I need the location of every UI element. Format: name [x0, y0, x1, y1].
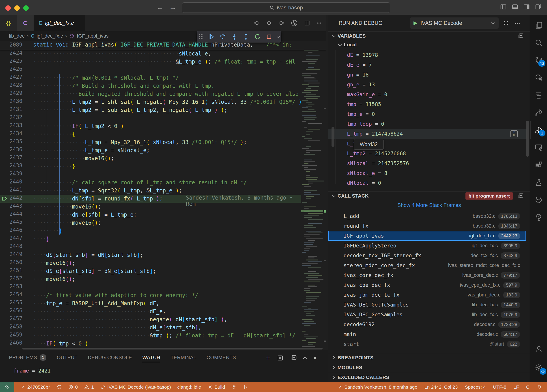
stack-frame-row[interactable]: ivas_cpe_dec_fx ivas_cpe_dec_fx.c 597:9 — [328, 280, 526, 290]
nav-back-icon[interactable] — [253, 19, 260, 27]
breadcrumb-symbol[interactable]: IGF_appl_ivas — [77, 33, 109, 39]
more-actions-icon[interactable] — [316, 20, 322, 27]
status-item-commit[interactable]: 2470528b* — [20, 384, 50, 390]
code-line[interactable]: ····dS_e[start_sfb] = dN_e[start_sfb]; — [0, 267, 301, 275]
toolbar-chevron-icon[interactable] — [277, 34, 280, 38]
variables-section-header[interactable]: VARIABLES — [328, 31, 530, 40]
activity-remote-explorer[interactable] — [530, 139, 547, 156]
toolbar-drag-handle[interactable] — [199, 34, 203, 39]
status-item-utf-8[interactable]: UTF-8 — [493, 384, 506, 390]
activity-source-control[interactable]: 43 — [530, 52, 547, 69]
code-line[interactable]: ····································nega… — [0, 315, 301, 324]
code-line[interactable]: ········································… — [0, 50, 301, 58]
code-line[interactable]: ····································dE_e… — [0, 307, 301, 315]
call-stack-section-header[interactable]: CALL STACK hit program assert — [328, 191, 530, 200]
code-line[interactable]: ············/* calc square root of L_tmp… — [0, 179, 301, 186]
panel-tab-comments[interactable]: COMMENTS — [206, 355, 236, 360]
panel-tab-terminal[interactable]: TERMINAL — [171, 355, 196, 360]
section-header-breakpoints[interactable]: BREAKPOINTS — [328, 353, 530, 362]
activity-account[interactable] — [530, 340, 547, 358]
close-panel-icon[interactable]: × — [313, 354, 317, 362]
variable-row[interactable]: tmp_e = 0 — [328, 109, 526, 119]
stack-frame-row[interactable]: IVAS_DEC_GetTcSamples lib_dec_fx.c 1440:… — [328, 300, 526, 310]
add-watch-icon[interactable]: + — [266, 353, 270, 362]
code-line[interactable]: ····/* first value with adaption to core… — [0, 291, 301, 299]
debug-config-dropdown[interactable]: ▶ IVAS MC Decode — [410, 17, 499, 29]
restart-button[interactable] — [254, 33, 261, 41]
variable-row[interactable]: dE_e = 7 — [328, 60, 526, 70]
code-line[interactable]: ··············Build negated threshold an… — [0, 90, 301, 98]
code-line[interactable]: ············IF( L_tmp2 < 0 ) — [0, 122, 301, 130]
window-close-button[interactable] — [5, 5, 11, 11]
status-item-sync[interactable] — [56, 384, 62, 390]
status-item-play[interactable] — [243, 384, 248, 390]
code-line[interactable]: ············move16(); — [0, 203, 301, 211]
variable-row[interactable]: dE = 13978 — [328, 50, 526, 60]
activity-outline[interactable] — [530, 86, 547, 104]
window-zoom-button[interactable] — [23, 5, 29, 11]
variable-row[interactable]: tmp_loop = 0 — [328, 119, 526, 129]
panel-tab-watch[interactable]: WATCH — [142, 355, 160, 362]
code-line[interactable]: ····································&tmp… — [0, 332, 301, 340]
code-line[interactable]: ····} — [0, 235, 301, 243]
remove-all-watch-icon[interactable] — [277, 355, 284, 361]
stack-frame-row[interactable]: decodeG192 decoder.c 1723:28 — [328, 319, 526, 329]
variable-row[interactable]: tmp = 11585 — [328, 99, 526, 109]
code-line[interactable] — [0, 243, 301, 251]
code-line[interactable]: ····IF( tmp < 0 ) — [0, 340, 301, 348]
code-line[interactable]: ············/* Build a threshold and com… — [0, 82, 301, 90]
status-item-ln-2442[interactable]: Ln 2442, Col 23 — [424, 384, 458, 390]
minimap[interactable] — [301, 41, 323, 350]
scrollbar[interactable] — [332, 127, 335, 147]
gear-icon[interactable] — [502, 19, 510, 27]
collapse-all-icon[interactable] — [290, 355, 297, 361]
watch-expression[interactable]: frame = 2421 — [14, 368, 51, 374]
step-out-button[interactable] — [242, 33, 250, 41]
status-item-warning[interactable]: 1 — [84, 384, 94, 390]
activity-extensions[interactable] — [530, 156, 547, 174]
stack-frame-row[interactable]: IGFDecApplyStereo igf_dec_fx.c 3905:9 — [328, 241, 526, 251]
toggle-secondary-sidebar-icon[interactable] — [523, 4, 530, 10]
variable-row[interactable]: sNlocal = 2147352576 — [328, 158, 526, 168]
nav-current-icon[interactable] — [266, 19, 272, 27]
status-item-clangd[interactable]: clangd: idle — [177, 384, 201, 390]
code-line[interactable] — [0, 66, 301, 74]
status-item-gear[interactable]: Build — [207, 384, 225, 390]
section-header-modules[interactable]: MODULES — [328, 363, 530, 372]
history-back-arrow-icon[interactable]: ← — [156, 3, 164, 11]
stack-frame-row[interactable]: L_add basop32.c 1786:13 — [328, 211, 526, 221]
activity-search[interactable] — [530, 34, 547, 52]
activity-share[interactable] — [530, 104, 547, 121]
code-line[interactable]: ················L_tmp_e = sNlocal_e; — [0, 146, 301, 154]
panel-scrollbar[interactable] — [526, 121, 529, 157]
code-line[interactable]: ············dN_e[sfb] = L_tmp_e; — [0, 211, 301, 219]
code-line[interactable]: ············{ — [0, 130, 301, 138]
code-line[interactable]: ····move16(); — [0, 275, 301, 283]
code-line[interactable]: ····dS[start_sfb] = dN[start_sfb]; — [0, 251, 301, 259]
status-item-commit[interactable]: Sandesh Venkatesh, 8 months ago — [337, 384, 417, 390]
variable-row[interactable]: L_tmp = 21474586240110 — [328, 129, 526, 139]
breadcrumb-file[interactable]: igf_dec_fx.c — [37, 33, 63, 39]
code-line[interactable]: ····move16(); — [0, 259, 301, 267]
step-into-button[interactable] — [231, 33, 238, 41]
variable-row[interactable]: L_tmp2 = 2145276068 — [328, 149, 526, 158]
activity-todo-tree[interactable] — [530, 209, 547, 226]
panel-tab-output[interactable]: OUTPUT — [57, 355, 77, 360]
stack-frame-row[interactable]: ivas_core_dec_fx ivas_core_dec.c 779:17 — [328, 270, 526, 280]
code-line[interactable] — [0, 283, 301, 291]
stack-frame-row[interactable]: stereo_mdct_core_dec_fx ivas_stereo_mdct… — [328, 260, 526, 270]
variable-row[interactable]: maxGain_e = 0 — [328, 89, 526, 99]
stop-button[interactable] — [266, 33, 273, 41]
code-line[interactable]: ········································… — [0, 58, 301, 66]
status-item-bell[interactable] — [537, 384, 542, 390]
code-line[interactable]: ············} — [0, 162, 301, 171]
activity-settings[interactable] — [530, 359, 547, 376]
code-line[interactable]: ············move16(); — [0, 219, 301, 227]
code-editor[interactable]: 2424····································… — [0, 41, 326, 350]
stack-frame-row[interactable]: main decoder.c 604:17 — [328, 329, 526, 339]
code-line[interactable]: ····································dN_e… — [0, 324, 301, 332]
panel-more-actions-icon[interactable] — [514, 20, 520, 27]
variable-row[interactable]: dNlocal = 0 — [328, 178, 526, 188]
start-debug-icon[interactable]: ▶ — [413, 20, 417, 26]
split-editor-icon[interactable] — [304, 20, 310, 27]
